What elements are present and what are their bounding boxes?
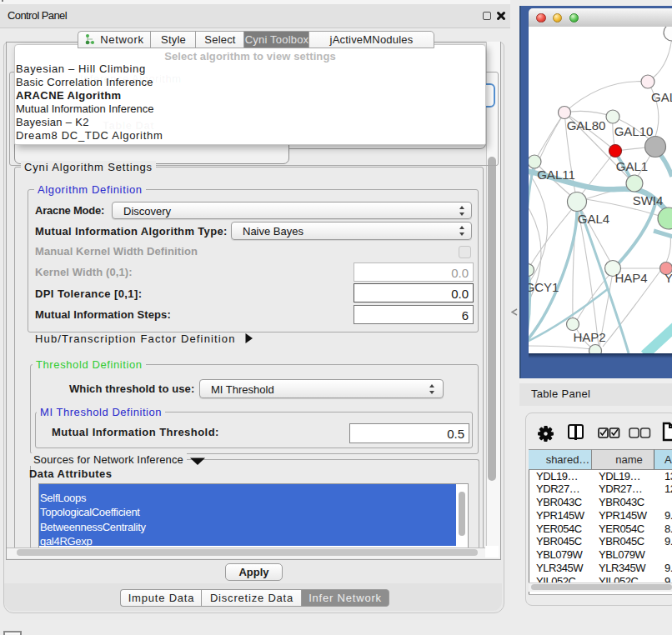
svg-text:GAL4: GAL4 [577,212,609,226]
svg-text:SWI4: SWI4 [632,193,663,208]
svg-text:GAL11: GAL11 [537,168,575,182]
svg-text:YM: YM [664,271,672,285]
svg-text:GCY1: GCY1 [529,280,559,294]
svg-text:GAL10: GAL10 [614,124,653,138]
svg-text:HAP2: HAP2 [573,330,605,344]
svg-text:GAL7: GAL7 [651,90,672,104]
svg-text:GAL80: GAL80 [566,118,605,132]
svg-text:HAP4: HAP4 [614,271,647,285]
svg-text:GAL1: GAL1 [615,159,647,173]
